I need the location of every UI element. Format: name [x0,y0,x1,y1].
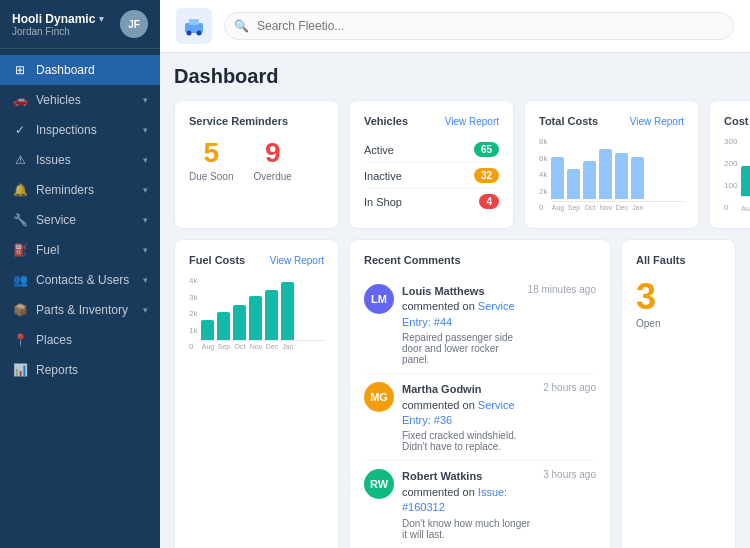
bars [741,137,750,197]
chevron-icon: ▾ [143,305,148,315]
vehicle-inactive-label: Inactive [364,170,402,182]
inactive-badge: 32 [474,168,499,183]
vehicle-inshop-label: In Shop [364,196,402,208]
bars [551,137,684,202]
reminders-icon: 🔔 [12,183,28,197]
comment-sub: Fixed cracked windshield. Didn't have to… [402,430,535,452]
sidebar-item-fuel[interactable]: ⛽ Fuel ▾ [0,235,160,265]
faults-count: 3 [636,276,721,318]
bar-sep [567,169,580,199]
chevron-icon: ▾ [143,245,148,255]
y-label: 200 [724,159,737,168]
fuel-costs-card: Fuel Costs View Report 4k 3k 2k 1k 0 [174,239,339,548]
vehicle-rows: Active 65 Inactive 32 In Shop 4 [364,137,499,214]
overdue-label: Overdue [253,171,291,182]
x-label: Aug [201,343,214,350]
x-labels: Au [741,199,750,214]
card-title: Total Costs View Report [539,115,684,127]
comment-avatar: RW [364,469,394,499]
cost-per-m-card: Cost Per M 300 200 100 0 Au [709,100,750,229]
bar-au [741,166,750,196]
due-soon-number: 5 [189,137,233,169]
y-label: 300 [724,137,737,146]
sidebar-item-parts[interactable]: 📦 Parts & Inventory ▾ [0,295,160,325]
view-report-link[interactable]: View Report [270,255,324,266]
comments-list: LM Louis Matthews commented on Service E… [364,276,596,548]
page-title: Dashboard [174,65,736,88]
sidebar-item-dashboard[interactable]: ⊞ Dashboard [0,55,160,85]
company-chevron: ▾ [99,14,104,24]
y-axis: 300 200 100 0 [724,137,737,212]
bar-dec [615,153,628,199]
reports-icon: 📊 [12,363,28,377]
vehicle-active-label: Active [364,144,394,156]
y-axis: 8k 6k 4k 2k 0 [539,137,547,212]
search-bar[interactable]: 🔍 [224,12,734,40]
company-info: Hooli Dynamic ▾ Jordan Finch [12,12,104,37]
chevron-icon: ▾ [143,215,148,225]
sidebar-item-inspections[interactable]: ✓ Inspections ▾ [0,115,160,145]
sidebar-item-service[interactable]: 🔧 Service ▾ [0,205,160,235]
x-labels: Aug Sep Oct Nov Dec Jan [201,343,324,350]
sidebar-item-label: Inspections [36,123,135,137]
y-axis: 4k 3k 2k 1k 0 [189,276,197,351]
comment-text: Martha Godwin commented on Service Entry… [402,382,535,428]
comment-item: MG Martha Godwin commented on Service En… [364,374,596,461]
comment-link[interactable]: Service Entry: #44 [402,300,515,327]
sidebar-item-label: Vehicles [36,93,135,107]
sidebar-item-label: Service [36,213,135,227]
sidebar-item-reports[interactable]: 📊 Reports [0,355,160,385]
topbar: 🔍 [160,0,750,53]
card-title: All Faults [636,254,721,266]
contacts-icon: 👥 [12,273,28,287]
sidebar-item-vehicles[interactable]: 🚗 Vehicles ▾ [0,85,160,115]
y-label: 4k [189,276,197,285]
sidebar-item-label: Reminders [36,183,135,197]
y-label: 0 [189,342,197,351]
sidebar-item-label: Dashboard [36,63,148,77]
bar-aug [201,320,214,340]
dashboard-row-2: Fuel Costs View Report 4k 3k 2k 1k 0 [174,239,736,548]
active-badge: 65 [474,142,499,157]
comment-time: 2 hours ago [543,382,596,452]
sidebar-item-places[interactable]: 📍 Places [0,325,160,355]
sidebar-item-label: Contacts & Users [36,273,135,287]
bar-oct [233,305,246,340]
bar-nov [249,296,262,340]
dashboard-area: Dashboard Service Reminders 5 Due Soon 9… [160,53,750,548]
sidebar-header: Hooli Dynamic ▾ Jordan Finch JF [0,0,160,49]
comment-link[interactable]: Service Entry: #36 [402,399,515,426]
x-label: Jan [631,204,644,211]
sidebar-item-issues[interactable]: ⚠ Issues ▾ [0,145,160,175]
x-label: Oct [583,204,596,211]
avatar: JF [120,10,148,38]
app-logo [176,8,212,44]
x-label: Nov [249,343,262,350]
bar-nov [599,149,612,199]
bar-jan [281,282,294,340]
comment-avatar: LM [364,284,394,314]
y-label: 1k [189,326,197,335]
x-label: Au [741,205,750,212]
sidebar-item-label: Issues [36,153,135,167]
sidebar-item-contacts[interactable]: 👥 Contacts & Users ▾ [0,265,160,295]
company-name: Hooli Dynamic ▾ [12,12,104,26]
sidebar-item-reminders[interactable]: 🔔 Reminders ▾ [0,175,160,205]
fuel-costs-chart: 4k 3k 2k 1k 0 [189,276,324,351]
overdue-number: 9 [253,137,291,169]
comment-sub: Don't know how much longer it will last. [402,518,535,540]
comment-link[interactable]: Issue: #160312 [402,486,507,513]
sidebar: Hooli Dynamic ▾ Jordan Finch JF ⊞ Dashbo… [0,0,160,548]
search-input[interactable] [224,12,734,40]
parts-icon: 📦 [12,303,28,317]
dashboard-icon: ⊞ [12,63,28,77]
y-label: 2k [189,309,197,318]
view-report-link[interactable]: View Report [445,116,499,127]
view-report-link[interactable]: View Report [630,116,684,127]
y-label: 3k [189,293,197,302]
vehicle-inshop-row: In Shop 4 [364,189,499,214]
sidebar-item-label: Parts & Inventory [36,303,135,317]
search-icon: 🔍 [234,19,249,33]
all-faults-card: All Faults 3 Open [621,239,736,548]
comment-body: Louis Matthews commented on Service Entr… [402,284,520,365]
